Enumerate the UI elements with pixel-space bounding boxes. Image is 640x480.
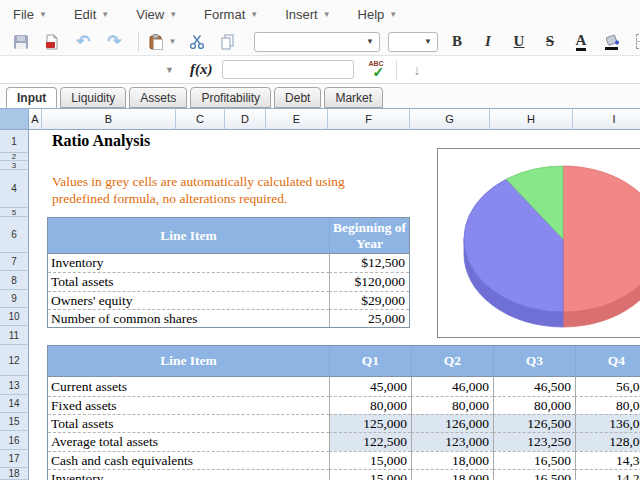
cut-button[interactable]: [184, 31, 210, 53]
header-cell-beginning-of-year[interactable]: Beginning of Year: [329, 218, 409, 254]
header-cell-q3[interactable]: Q3: [493, 346, 575, 377]
menu-insert[interactable]: Insert▼: [276, 7, 339, 22]
pie-chart[interactable]: [437, 148, 640, 338]
row-label-cell[interactable]: Owners' equity: [48, 291, 329, 309]
value-cell[interactable]: 136,000: [575, 414, 640, 432]
value-cell[interactable]: 126,500: [493, 414, 575, 432]
grid-corner-cell[interactable]: [0, 109, 29, 130]
row-header-13[interactable]: 13: [0, 376, 29, 395]
undo-button[interactable]: ↶: [70, 31, 96, 53]
strikethrough-button[interactable]: S: [537, 31, 563, 53]
value-cell[interactable]: $120,000: [329, 272, 409, 291]
menu-view[interactable]: View▼: [127, 7, 186, 22]
column-header-h[interactable]: H: [490, 109, 573, 130]
value-cell[interactable]: 15,000: [329, 469, 411, 480]
menu-help[interactable]: Help▼: [349, 7, 407, 22]
column-header-c[interactable]: C: [176, 109, 225, 130]
value-cell[interactable]: 56,000: [575, 377, 640, 396]
tab-profitability[interactable]: Profitability: [190, 87, 271, 108]
row-header-18[interactable]: 18: [0, 468, 29, 480]
menu-file[interactable]: File▼: [4, 7, 56, 22]
borders-button[interactable]: [630, 31, 640, 53]
tab-market[interactable]: Market: [324, 87, 383, 108]
row-header-15[interactable]: 15: [0, 413, 29, 431]
row-header-4[interactable]: 4: [0, 170, 29, 208]
row-label-cell[interactable]: Current assets: [48, 377, 329, 396]
header-cell-q2[interactable]: Q2: [411, 346, 493, 377]
row-label-cell[interactable]: Average total assets: [48, 432, 329, 451]
value-cell[interactable]: 16,500: [493, 451, 575, 469]
row-header-9[interactable]: 9: [0, 290, 29, 308]
italic-button[interactable]: I: [475, 31, 501, 53]
value-cell[interactable]: 46,500: [493, 377, 575, 396]
tab-debt[interactable]: Debt: [274, 87, 321, 108]
value-cell[interactable]: 46,000: [411, 377, 493, 396]
value-cell[interactable]: 80,000: [411, 396, 493, 414]
row-label-cell[interactable]: Fixed assets: [48, 396, 329, 414]
value-cell[interactable]: 18,000: [411, 469, 493, 480]
column-header-i[interactable]: I: [573, 109, 640, 130]
column-header-d[interactable]: D: [225, 109, 266, 130]
paste-button[interactable]: ▼: [145, 31, 179, 53]
column-header-a[interactable]: A: [29, 109, 42, 130]
row-label-cell[interactable]: Total assets: [48, 272, 329, 291]
column-header-g[interactable]: G: [410, 109, 490, 130]
save-button[interactable]: [8, 31, 34, 53]
value-cell[interactable]: 80,000: [329, 396, 411, 414]
value-cell[interactable]: 14,300: [575, 451, 640, 469]
value-cell[interactable]: 45,000: [329, 377, 411, 396]
value-cell[interactable]: 16,500: [493, 469, 575, 480]
header-cell-q1[interactable]: Q1: [329, 346, 411, 377]
row-label-cell[interactable]: Inventory: [48, 469, 329, 480]
copy-button[interactable]: [215, 31, 241, 53]
value-cell[interactable]: 128,000: [575, 432, 640, 451]
bold-button[interactable]: B: [444, 31, 470, 53]
redo-button[interactable]: ↷: [101, 31, 127, 53]
row-header-17[interactable]: 17: [0, 450, 29, 468]
column-header-e[interactable]: E: [266, 109, 328, 130]
row-header-12[interactable]: 12: [0, 345, 29, 376]
name-box-dropdown[interactable]: ▼: [165, 65, 174, 75]
value-cell[interactable]: 125,000: [329, 414, 411, 432]
menu-format[interactable]: Format▼: [195, 7, 267, 22]
value-cell[interactable]: 80,000: [493, 396, 575, 414]
value-cell[interactable]: 123,000: [411, 432, 493, 451]
value-cell[interactable]: $12,500: [329, 254, 409, 272]
row-header-11[interactable]: 11: [0, 326, 29, 345]
value-cell[interactable]: 14,200: [575, 469, 640, 480]
row-header-8[interactable]: 8: [0, 271, 29, 290]
note-text[interactable]: Values in grey cells are automatically c…: [52, 173, 345, 207]
tab-assets[interactable]: Assets: [129, 87, 187, 108]
value-cell[interactable]: $29,000: [329, 291, 409, 309]
sheet-title[interactable]: Ratio Analysis: [52, 132, 150, 150]
row-header-3[interactable]: 3: [0, 161, 29, 170]
row-header-6[interactable]: 6: [0, 217, 29, 253]
row-header-14[interactable]: 14: [0, 395, 29, 413]
value-cell[interactable]: 122,500: [329, 432, 411, 451]
value-cell[interactable]: 25,000: [329, 309, 409, 327]
column-header-f[interactable]: F: [328, 109, 410, 130]
tab-input[interactable]: Input: [6, 87, 57, 108]
value-cell[interactable]: 80,000: [575, 396, 640, 414]
spellcheck-button[interactable]: ABC ✓: [366, 59, 390, 81]
formula-input[interactable]: [222, 60, 354, 79]
font-size-select[interactable]: ▼: [388, 32, 438, 52]
export-pdf-button[interactable]: [39, 31, 65, 53]
value-cell[interactable]: 18,000: [411, 451, 493, 469]
row-header-16[interactable]: 16: [0, 431, 29, 450]
row-header-5[interactable]: 5: [0, 208, 29, 217]
value-cell[interactable]: 123,250: [493, 432, 575, 451]
download-arrow-icon[interactable]: ↓: [413, 62, 420, 78]
fill-color-button[interactable]: [599, 31, 625, 53]
menu-edit[interactable]: Edit▼: [65, 7, 118, 22]
column-header-b[interactable]: B: [42, 109, 176, 130]
tab-liquidity[interactable]: Liquidity: [60, 87, 126, 108]
row-header-7[interactable]: 7: [0, 253, 29, 271]
row-label-cell[interactable]: Number of common shares: [48, 309, 329, 327]
header-cell-line-item[interactable]: Line Item: [48, 218, 329, 254]
value-cell[interactable]: 126,000: [411, 414, 493, 432]
row-label-cell[interactable]: Inventory: [48, 254, 329, 272]
font-color-button[interactable]: A: [568, 31, 594, 53]
row-label-cell[interactable]: Cash and cash equivalents: [48, 451, 329, 469]
header-cell-q4[interactable]: Q4: [575, 346, 640, 377]
